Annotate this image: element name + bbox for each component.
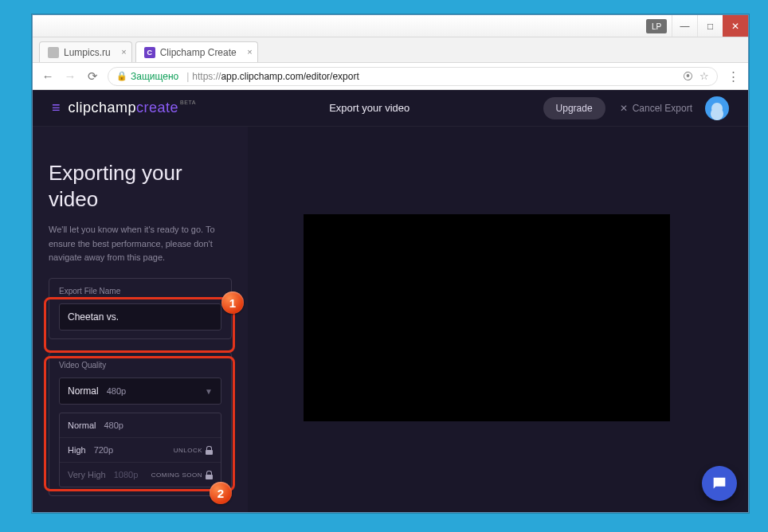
tab-label: Lumpics.ru (64, 47, 111, 58)
quality-option-veryhigh: Very High 1080p COMING SOON (60, 462, 221, 487)
favicon-icon: C (144, 47, 155, 58)
lock-icon (206, 446, 213, 455)
tab-close-icon[interactable]: × (121, 47, 126, 57)
tab-close-icon[interactable]: × (247, 47, 252, 57)
quality-select[interactable]: Normal 480p ▼ (59, 377, 221, 405)
window-close-button[interactable]: ✕ (723, 15, 748, 37)
window-minimize-button[interactable]: — (672, 15, 697, 37)
translate-icon[interactable]: ⦿ (683, 70, 693, 82)
brand-logo[interactable]: clipchampcreateBETA (69, 100, 196, 116)
preview-area (248, 127, 748, 512)
export-sidebar: Exporting your video We'll let you know … (33, 127, 248, 512)
url-field[interactable]: 🔒 Защищено | https:// app.clipchamp.com/… (108, 67, 718, 86)
lock-icon: 🔒 (116, 71, 127, 81)
browser-tab-clipchamp[interactable]: C Clipchamp Create × (135, 41, 258, 62)
filename-label: Export File Name (59, 287, 221, 295)
quality-dropdown: Normal 480p High 720p UNLOCK Very High 1… (59, 413, 221, 487)
quality-selected-res: 480p (107, 386, 126, 396)
sidebar-heading: Exporting your video (49, 160, 232, 212)
filename-panel: Export File Name Cheetan vs. (49, 278, 232, 339)
clipchamp-app: ≡ clipchampcreateBETA Export your video … (33, 90, 748, 512)
forward-icon[interactable]: → (63, 69, 77, 83)
avatar[interactable] (705, 96, 729, 120)
url-protocol: https:// (192, 71, 221, 82)
browser-tabbar: Lumpics.ru × C Clipchamp Create × (33, 37, 748, 63)
page-title: Export your video (196, 102, 543, 114)
upgrade-button[interactable]: Upgrade (543, 97, 605, 119)
app-body: Exporting your video We'll let you know … (33, 127, 748, 512)
filename-input[interactable]: Cheetan vs. (59, 303, 221, 331)
chat-icon (711, 475, 728, 492)
secure-label: Защищено (131, 71, 178, 82)
cancel-export-button[interactable]: ✕ Cancel Export (620, 103, 692, 114)
quality-panel: Video Quality Normal 480p ▼ Normal 480p … (49, 352, 232, 496)
browser-tab-lumpics[interactable]: Lumpics.ru × (39, 41, 132, 62)
quality-option-high[interactable]: High 720p UNLOCK (60, 437, 221, 462)
back-icon[interactable]: ← (41, 69, 55, 83)
app-header: ≡ clipchampcreateBETA Export your video … (33, 90, 748, 127)
lp-badge: LP (646, 19, 667, 33)
quality-label: Video Quality (59, 361, 221, 370)
chevron-down-icon: ▼ (205, 387, 213, 396)
close-icon: ✕ (620, 103, 628, 114)
sidebar-subtitle: We'll let you know when it's ready to go… (49, 223, 232, 265)
url-text: app.clipchamp.com/editor/export (221, 71, 359, 82)
chat-button[interactable] (702, 466, 737, 501)
video-preview (304, 214, 670, 421)
menu-icon[interactable]: ⋮ (726, 69, 740, 84)
window-maximize-button[interactable]: □ (697, 15, 723, 37)
star-icon[interactable]: ☆ (699, 70, 709, 82)
favicon-icon (48, 47, 59, 58)
window-titlebar: LP — □ ✕ (33, 15, 748, 37)
lock-icon (206, 471, 213, 479)
address-bar: ← → ⟳ 🔒 Защищено | https:// app.clipcham… (33, 63, 748, 90)
reload-icon[interactable]: ⟳ (85, 69, 100, 84)
tab-label: Clipchamp Create (160, 47, 237, 58)
quality-selected-name: Normal (68, 385, 99, 397)
quality-option-normal[interactable]: Normal 480p (60, 413, 221, 437)
browser-window: LP — □ ✕ Lumpics.ru × C Clipchamp Create… (32, 14, 749, 513)
hamburger-icon[interactable]: ≡ (52, 100, 59, 116)
